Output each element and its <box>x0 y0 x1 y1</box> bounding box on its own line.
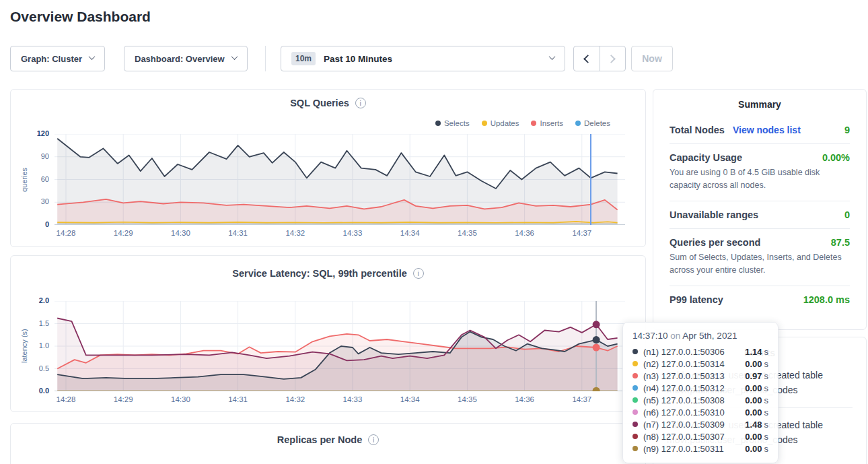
chart-title-row: Service Latency: SQL, 99th percentile i <box>11 268 645 279</box>
summary-title: Summary <box>670 99 850 110</box>
info-icon[interactable]: i <box>413 268 424 279</box>
tooltip-node-row: (n2) 127.0.0.1:503140.00s <box>632 358 768 370</box>
chart-title: Replicas per Node <box>277 434 363 445</box>
controls-divider <box>265 46 266 71</box>
legend-dot-icon <box>435 121 441 126</box>
x-axis-tick: 14:34 <box>395 395 425 403</box>
x-axis-tick: 14:30 <box>166 395 195 403</box>
tooltip-node-row: (n1) 127.0.0.1:503061.14s <box>632 345 768 358</box>
tooltip-node-row: (n4) 127.0.0.1:503120.00s <box>632 382 768 394</box>
legend-label: Selects <box>444 119 470 127</box>
summary-row-label: Total Nodes <box>670 125 725 135</box>
y-axis-tick: 60 <box>25 175 49 183</box>
info-icon[interactable]: i <box>355 98 366 108</box>
dashboard-dropdown[interactable]: Dashboard: Overview <box>124 46 248 71</box>
prev-range-button[interactable] <box>574 46 600 71</box>
node-value: 0.00 <box>745 432 762 442</box>
x-axis-tick: 14:36 <box>510 229 540 237</box>
node-address: (n3) 127.0.0.1:50313 <box>643 371 725 381</box>
dashboard-dropdown-label: Dashboard: Overview <box>135 54 225 64</box>
node-value: 0.00 <box>745 444 762 454</box>
service-latency-chart-card: Service Latency: SQL, 99th percentile i … <box>10 255 646 412</box>
x-axis-tick: 14:32 <box>281 395 310 403</box>
legend-item: Deletes <box>575 119 610 127</box>
summary-row-value: 9 <box>844 125 850 135</box>
time-range-selector[interactable]: 10m Past 10 Minutes <box>281 46 565 71</box>
x-axis-tick: 14:29 <box>108 395 138 403</box>
tooltip-node-row: (n3) 127.0.0.1:503130.97s <box>632 370 768 382</box>
x-axis-tick: 14:30 <box>166 229 195 237</box>
node-address: (n7) 127.0.0.1:50309 <box>643 420 725 430</box>
chart-title: Service Latency: SQL, 99th percentile <box>232 268 407 279</box>
summary-row: Queries per second87.5Sum of Selects, Up… <box>670 228 850 286</box>
node-dot-icon <box>632 434 638 439</box>
node-address: (n8) 127.0.0.1:50307 <box>643 432 725 442</box>
legend-dot-icon <box>531 121 536 126</box>
chevron-left-icon <box>583 55 592 63</box>
now-button[interactable]: Now <box>631 46 673 71</box>
node-value: 0.00 <box>745 407 762 418</box>
node-value-unit: s <box>764 359 769 369</box>
time-range-badge: 10m <box>291 52 316 65</box>
graph-dropdown[interactable]: Graph: Cluster <box>10 46 105 71</box>
node-dot-icon <box>632 422 638 427</box>
legend-item: Inserts <box>531 119 563 127</box>
sql-queries-plot[interactable] <box>55 134 625 225</box>
node-value: 0.00 <box>745 395 762 405</box>
chevron-down-icon <box>89 53 96 60</box>
x-axis-tick: 14:37 <box>567 229 597 237</box>
node-dot-icon <box>632 373 638 378</box>
service-latency-plot[interactable] <box>55 301 625 391</box>
x-axis-tick: 14:35 <box>452 229 482 237</box>
chart-title-row: Replicas per Node i <box>11 434 645 445</box>
node-value: 1.48 <box>745 420 762 430</box>
x-axis-tick: 14:33 <box>338 229 367 237</box>
chevron-down-icon <box>231 53 238 60</box>
summary-row-main: Unavailable ranges0 <box>670 209 850 220</box>
y-axis-tick: 1.5 <box>25 319 49 327</box>
x-axis-tick: 14:36 <box>510 395 540 403</box>
legend-dot-icon <box>482 121 487 126</box>
chart-legend: SelectsUpdatesInsertsDeletes <box>435 119 610 127</box>
x-axis-tick: 14:35 <box>452 395 482 403</box>
node-value-unit: s <box>764 444 769 454</box>
summary-row: P99 latency1208.0 ms <box>670 286 850 313</box>
tooltip-node-row: (n9) 127.0.0.1:503110.00s <box>632 442 768 455</box>
y-axis-tick: 1.0 <box>25 341 49 350</box>
summary-row: Unavailable ranges0 <box>670 201 850 228</box>
legend-label: Updates <box>491 119 519 127</box>
y-axis-tick: 90 <box>25 152 49 160</box>
node-value-unit: s <box>764 371 769 381</box>
tooltip-node-row: (n7) 127.0.0.1:503091.48s <box>632 418 768 430</box>
node-value: 0.97 <box>745 371 762 381</box>
node-address: (n6) 127.0.0.1:50310 <box>643 407 725 418</box>
legend-label: Deletes <box>584 119 610 127</box>
node-dot-icon <box>632 446 638 451</box>
summary-row-value: 1208.0 ms <box>803 294 850 305</box>
tooltip-node-row: (n5) 127.0.0.1:503080.00s <box>632 394 768 406</box>
summary-row: Capacity Usage0.00%You are using 0 B of … <box>670 143 850 201</box>
node-value-unit: s <box>764 432 769 442</box>
summary-row-label: Queries per second <box>670 237 760 248</box>
x-axis-tick: 14:33 <box>338 395 367 403</box>
summary-row: Total NodesView nodes list9 <box>670 117 850 143</box>
time-pager <box>573 46 626 71</box>
summary-row-label: P99 latency <box>670 294 723 305</box>
node-address: (n4) 127.0.0.1:50312 <box>643 383 725 393</box>
node-value-unit: s <box>764 383 769 393</box>
chart-title-row: SQL Queries i <box>11 98 645 108</box>
legend-item: Updates <box>482 119 519 127</box>
info-icon[interactable]: i <box>368 434 379 445</box>
chart-hover-tooltip: 14:37:10 on Apr 5th, 2021 (n1) 127.0.0.1… <box>622 322 779 463</box>
view-nodes-list-link[interactable]: View nodes list <box>733 125 801 135</box>
x-axis-tick: 14:28 <box>51 395 81 403</box>
node-address: (n2) 127.0.0.1:50314 <box>643 359 725 369</box>
summary-panel: Summary Total NodesView nodes list9Capac… <box>653 89 867 330</box>
x-axis-tick: 14:37 <box>567 395 597 403</box>
summary-row-main: P99 latency1208.0 ms <box>670 294 850 305</box>
legend-item: Selects <box>435 119 470 127</box>
node-dot-icon <box>632 409 638 415</box>
next-range-button[interactable] <box>600 46 626 71</box>
y-axis-tick: 0.5 <box>25 364 49 372</box>
summary-row-main: Queries per second87.5 <box>670 237 850 248</box>
